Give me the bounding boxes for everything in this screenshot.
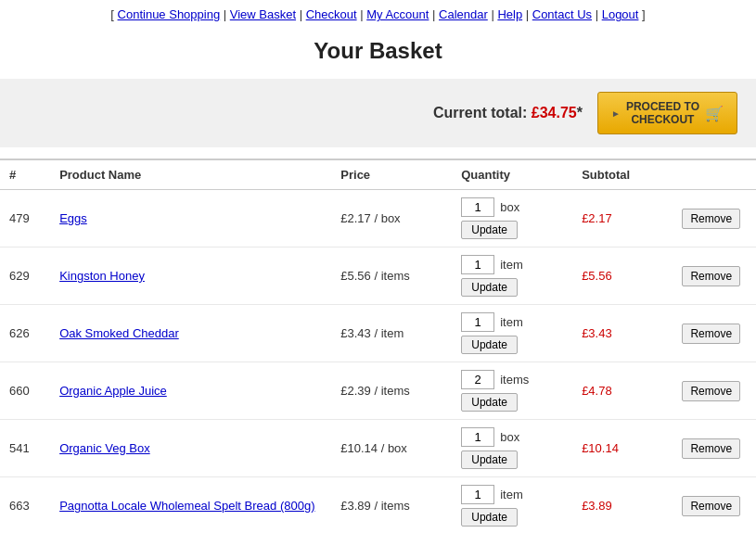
remove-cell: Remove — [673, 190, 756, 247]
product-link-4[interactable]: Organic Veg Box — [59, 441, 150, 455]
total-amount: £34.75 — [532, 105, 577, 121]
basket-rows: 479Eggs£2.17 / boxboxUpdate£2.17Remove62… — [0, 190, 756, 534]
product-price: £10.14 / box — [331, 420, 452, 477]
table-row: 663Pagnotta Locale Wholemeal Spelt Bread… — [0, 477, 756, 534]
subtotal-cell: £10.14 — [572, 420, 673, 477]
nav-open-bracket: [ — [110, 7, 114, 21]
col-header-quantity: Quantity — [452, 160, 572, 190]
product-link-5[interactable]: Pagnotta Locale Wholemeal Spelt Bread (8… — [59, 499, 314, 513]
remove-button-3[interactable]: Remove — [682, 381, 740, 401]
qty-unit: items — [500, 373, 529, 387]
col-header-id: # — [0, 160, 50, 190]
update-button-4[interactable]: Update — [461, 451, 518, 469]
remove-button-0[interactable]: Remove — [682, 209, 740, 229]
quantity-cell: itemUpdate — [452, 305, 572, 362]
product-name-cell: Kingston Honey — [50, 247, 331, 305]
product-id: 479 — [0, 190, 50, 247]
quantity-cell: itemUpdate — [452, 247, 572, 305]
product-link-0[interactable]: Eggs — [59, 211, 87, 225]
product-link-3[interactable]: Organic Apple Juice — [59, 384, 167, 398]
quantity-cell: itemsUpdate — [452, 362, 572, 420]
table-row: 479Eggs£2.17 / boxboxUpdate£2.17Remove — [0, 190, 756, 247]
qty-unit: item — [500, 258, 523, 272]
col-header-action — [673, 160, 756, 190]
nav-close-bracket: ] — [642, 7, 646, 21]
subtotal-cell: £3.89 — [572, 477, 673, 534]
remove-cell: Remove — [673, 420, 756, 477]
calendar-link[interactable]: Calendar — [439, 7, 488, 21]
product-name-cell: Organic Veg Box — [50, 420, 331, 477]
proceed-to-checkout-button[interactable]: ► PROCEED TOCHECKOUT 🛒 — [597, 92, 737, 134]
subtotal-value: £3.89 — [582, 499, 612, 513]
col-header-product: Product Name — [50, 160, 331, 190]
subtotal-cell: £5.56 — [572, 247, 673, 305]
logout-link[interactable]: Logout — [602, 7, 639, 21]
remove-button-2[interactable]: Remove — [682, 324, 740, 344]
product-id: 541 — [0, 420, 50, 477]
product-id: 629 — [0, 247, 50, 305]
remove-cell: Remove — [673, 305, 756, 362]
qty-unit: box — [500, 200, 519, 214]
contact-us-link[interactable]: Contact Us — [532, 7, 592, 21]
product-name-cell: Eggs — [50, 190, 331, 247]
table-row: 660Organic Apple Juice£2.39 / itemsitems… — [0, 362, 756, 420]
nav-separator: | — [488, 7, 498, 21]
basket-table: # Product Name Price Quantity Subtotal 4… — [0, 159, 756, 533]
qty-input-4[interactable] — [461, 427, 494, 447]
remove-button-4[interactable]: Remove — [682, 438, 740, 459]
table-row: 629Kingston Honey£5.56 / itemsitemUpdate… — [0, 247, 756, 305]
nav-separator: | — [429, 7, 439, 21]
product-name-cell: Oak Smoked Cheddar — [50, 305, 331, 362]
subtotal-value: £10.14 — [582, 441, 619, 455]
qty-input-1[interactable] — [461, 255, 494, 274]
nav-separator: | — [357, 7, 367, 21]
remove-button-1[interactable]: Remove — [682, 266, 740, 286]
table-row: 626Oak Smoked Cheddar£3.43 / itemitemUpd… — [0, 305, 756, 362]
product-price: £3.43 / item — [331, 305, 452, 362]
product-link-2[interactable]: Oak Smoked Cheddar — [59, 326, 179, 340]
subtotal-value: £3.43 — [582, 326, 612, 340]
qty-input-3[interactable] — [461, 370, 494, 389]
qty-unit: item — [500, 488, 523, 501]
remove-cell: Remove — [673, 477, 756, 534]
nav-separator: | — [296, 7, 306, 21]
top-nav: [ Continue Shopping | View Basket | Chec… — [0, 0, 756, 27]
summary-bar: Current total: £34.75* ► PROCEED TOCHECK… — [0, 79, 756, 147]
product-link-1[interactable]: Kingston Honey — [59, 269, 145, 283]
qty-input-2[interactable] — [461, 312, 494, 332]
subtotal-cell: £2.17 — [572, 190, 673, 247]
product-id: 663 — [0, 477, 50, 534]
checkout-button-label: PROCEED TOCHECKOUT — [626, 100, 699, 126]
product-price: £3.89 / items — [331, 477, 452, 534]
subtotal-cell: £3.43 — [572, 305, 673, 362]
update-button-3[interactable]: Update — [461, 393, 518, 412]
continue-shopping-link[interactable]: Continue Shopping — [118, 7, 221, 21]
my-account-link[interactable]: My Account — [366, 7, 429, 21]
cart-icon: 🛒 — [705, 105, 724, 122]
help-link[interactable]: Help — [497, 7, 522, 21]
product-price: £2.17 / box — [331, 190, 452, 247]
update-button-0[interactable]: Update — [461, 221, 518, 239]
view-basket-link[interactable]: View Basket — [230, 7, 296, 21]
subtotal-value: £2.17 — [582, 211, 612, 225]
product-price: £5.56 / items — [331, 247, 452, 305]
qty-input-5[interactable] — [461, 485, 494, 504]
product-id: 660 — [0, 362, 50, 420]
play-icon: ► — [611, 108, 621, 119]
product-id: 626 — [0, 305, 50, 362]
update-button-2[interactable]: Update — [461, 336, 518, 354]
remove-button-5[interactable]: Remove — [682, 496, 740, 516]
qty-input-0[interactable] — [461, 197, 494, 217]
nav-separator: | — [592, 7, 602, 21]
current-total-label: Current total: £34.75* — [433, 105, 583, 121]
nav-separator: | — [220, 7, 230, 21]
update-button-5[interactable]: Update — [461, 508, 518, 527]
col-header-price: Price — [331, 160, 452, 190]
subtotal-cell: £4.78 — [572, 362, 673, 420]
subtotal-value: £4.78 — [582, 384, 612, 398]
update-button-1[interactable]: Update — [461, 278, 518, 297]
product-name-cell: Organic Apple Juice — [50, 362, 331, 420]
col-header-subtotal: Subtotal — [572, 160, 673, 190]
checkout-link[interactable]: Checkout — [306, 7, 357, 21]
quantity-cell: boxUpdate — [452, 420, 572, 477]
